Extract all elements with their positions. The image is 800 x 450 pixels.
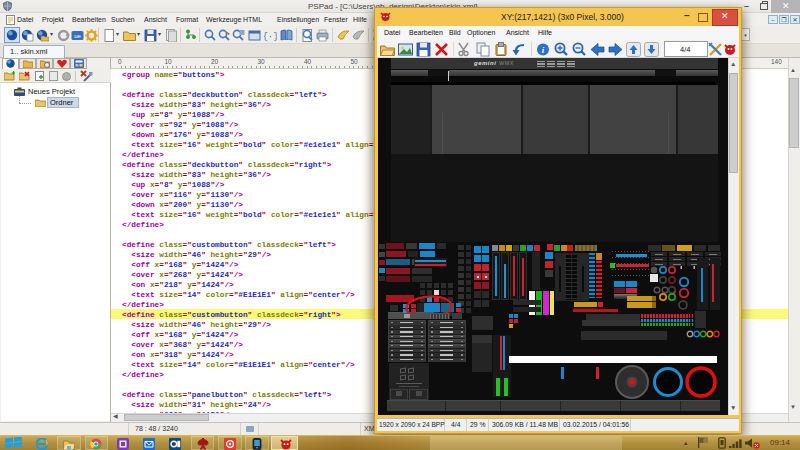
svg-text:{·}: {·}	[264, 32, 277, 42]
svg-text:ue: ue	[74, 33, 81, 39]
